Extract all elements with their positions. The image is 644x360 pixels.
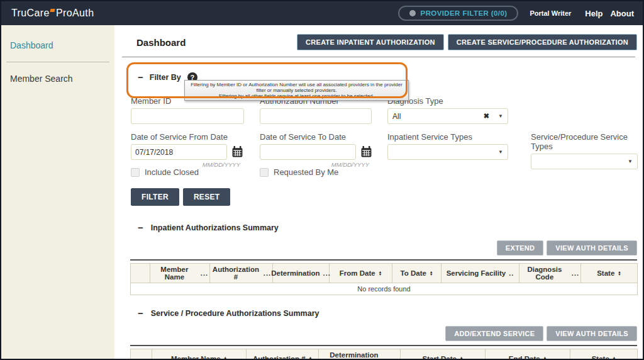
service-procedure-service-types-label: Service/Procedure Service Types: [531, 132, 638, 151]
column-label: Member Name: [171, 355, 221, 360]
view-auth-details-button[interactable]: VIEW AUTH DETAILS: [547, 326, 637, 341]
create-service-procedure-authorization-button[interactable]: CREATE SERVICE/PROCEDURE AUTHORIZATION: [448, 34, 637, 50]
requested-by-me-label: Requested By Me: [274, 167, 338, 177]
service-procedure-service-types-select[interactable]: ▼: [531, 154, 638, 169]
chevron-down-icon[interactable]: ▼: [498, 113, 503, 119]
column-header-servicing-facility[interactable]: Servicing Facility..: [441, 264, 519, 283]
column-label: Authorization #: [253, 355, 306, 360]
truncated-sort-icon: ...: [264, 269, 271, 277]
collapse-filter-icon[interactable]: −: [138, 74, 143, 81]
truncated-sort-icon: ...: [391, 355, 399, 360]
dos-from-input[interactable]: [131, 144, 227, 160]
sidebar-item-dashboard[interactable]: Dashboard: [1, 37, 114, 54]
truncated-sort-icon: ...: [572, 269, 579, 277]
truncated-sort-icon: ...: [201, 269, 208, 277]
column-header-select: [131, 349, 152, 360]
sort-icon[interactable]: ▲▼: [430, 271, 433, 276]
filter-section-title: Filter By: [150, 73, 181, 82]
member-id-input[interactable]: [131, 108, 244, 124]
authorization-number-input[interactable]: [260, 108, 372, 124]
service-authorizations-table: Member Name▲▼Authorization #▲▼Determinat…: [130, 349, 638, 360]
sort-icon[interactable]: ▲▼: [543, 356, 547, 360]
column-label: From Date: [340, 269, 375, 277]
sort-icon[interactable]: ▲▼: [460, 356, 463, 360]
column-label: Authorization #: [211, 266, 260, 281]
column-header-diagnosis-code[interactable]: Diagnosis Code...: [519, 264, 581, 283]
brand-prefix: TruCare: [11, 8, 50, 19]
column-label: Servicing Facility: [447, 269, 506, 277]
create-inpatient-authorization-button[interactable]: CREATE INPATIENT AUTHORIZATION: [297, 34, 444, 50]
sort-icon[interactable]: ▲▼: [379, 271, 382, 276]
no-records-text: No records found: [131, 283, 638, 295]
table-header-row: Member Name...Authorization #...Determin…: [131, 264, 638, 283]
inpatient-summary-section: − Inpatient Authorizations Summary EXTEN…: [114, 223, 643, 295]
column-header-authorization-[interactable]: Authorization #...: [210, 264, 273, 283]
sidebar-item-member-search[interactable]: Member Search: [1, 70, 114, 87]
provider-filter-button[interactable]: PROVIDER FILTER (0/0): [398, 6, 519, 21]
sort-icon[interactable]: ▲▼: [309, 356, 312, 360]
tooltip-line-2: Filtering by all other fields require at…: [187, 93, 406, 99]
column-label: Determination Status: [320, 351, 388, 360]
column-header-state[interactable]: State▲▼: [570, 349, 638, 360]
column-header-member-name[interactable]: Member Name...: [150, 264, 210, 283]
sort-icon[interactable]: ▲▼: [224, 356, 227, 360]
service-summary-title: Service / Procedure Authorizations Summa…: [151, 309, 319, 318]
sidebar-divider: [6, 62, 109, 62]
column-header-start-date[interactable]: Start Date▲▼: [401, 349, 486, 360]
collapse-service-summary-icon[interactable]: −: [138, 310, 143, 317]
column-header-state[interactable]: State▲▼: [581, 264, 638, 283]
page-title: Dashboard: [136, 37, 186, 48]
diagnosis-type-select[interactable]: All ✖ ▼: [387, 108, 508, 124]
column-header-to-date[interactable]: To Date▲▼: [392, 264, 441, 283]
brand-suffix: ProAuth: [56, 8, 94, 19]
help-link[interactable]: Help: [585, 9, 602, 18]
reset-button[interactable]: RESET: [183, 188, 231, 206]
tooltip-line-1: Filtering by Member ID or Authorization …: [187, 82, 406, 93]
column-label: Diagnosis Code: [521, 266, 569, 281]
requested-by-me-checkbox[interactable]: [260, 168, 269, 177]
column-label: Start Date: [423, 355, 457, 360]
table-header-row: Member Name▲▼Authorization #▲▼Determinat…: [131, 349, 638, 360]
calendar-icon[interactable]: [360, 146, 372, 158]
filter-form: Member ID Authorization Number Diagnosis…: [114, 95, 643, 210]
add-extend-service-button[interactable]: ADD/EXTEND SERVICE: [445, 326, 543, 341]
extend-button[interactable]: EXTEND: [497, 240, 543, 256]
dos-to-input[interactable]: [260, 144, 356, 160]
chevron-down-icon[interactable]: ▼: [628, 159, 633, 164]
truncated-sort-icon: ...: [323, 269, 331, 277]
diagnosis-type-value: All: [392, 112, 484, 121]
about-link[interactable]: About: [610, 9, 634, 18]
column-label: State: [597, 269, 614, 277]
column-header-authorization-[interactable]: Authorization #▲▼: [247, 349, 319, 360]
dos-to-label: Date of Service To Date: [260, 132, 386, 142]
view-auth-details-button[interactable]: VIEW AUTH DETAILS: [547, 240, 637, 256]
filter-tooltip: Filtering by Member ID or Authorization …: [184, 80, 409, 101]
column-header-determination-status[interactable]: Determination Status...: [319, 349, 401, 360]
include-closed-checkbox[interactable]: [131, 168, 140, 177]
sort-icon[interactable]: ▲▼: [618, 271, 621, 276]
logged-in-user: Portal Writer: [530, 9, 571, 17]
inpatient-summary-title: Inpatient Authorizations Summary: [151, 223, 279, 232]
filter-section: − Filter By ? Filtering by Member ID or …: [114, 57, 643, 210]
inpatient-service-types-select[interactable]: ▼: [387, 144, 508, 160]
column-header-member-name[interactable]: Member Name▲▼: [152, 349, 247, 360]
collapse-inpatient-summary-icon[interactable]: −: [138, 225, 143, 231]
truncated-sort-icon: ..: [509, 269, 514, 277]
panel-divider: [130, 345, 637, 346]
column-header-determination[interactable]: Determination...: [273, 264, 330, 283]
column-header-from-date[interactable]: From Date▲▼: [330, 264, 392, 283]
dos-from-label: Date of Service From Date: [131, 132, 257, 142]
app-window: TruCare ProAuth PROVIDER FILTER (0/0) Po…: [0, 0, 644, 360]
column-label: End Date: [509, 355, 540, 360]
column-label: To Date: [401, 269, 426, 277]
chevron-down-icon[interactable]: ▼: [498, 149, 503, 155]
sort-icon[interactable]: ▲▼: [613, 356, 616, 360]
include-closed-label: Include Closed: [145, 167, 199, 177]
column-header-select: [131, 264, 150, 283]
brand-orange-mark-icon: [50, 9, 55, 12]
clear-icon[interactable]: ✖: [484, 112, 489, 120]
filter-button[interactable]: FILTER: [131, 188, 179, 206]
top-bar: TruCare ProAuth PROVIDER FILTER (0/0) Po…: [1, 1, 643, 25]
column-header-end-date[interactable]: End Date▲▼: [486, 349, 570, 360]
calendar-icon[interactable]: [231, 146, 243, 158]
